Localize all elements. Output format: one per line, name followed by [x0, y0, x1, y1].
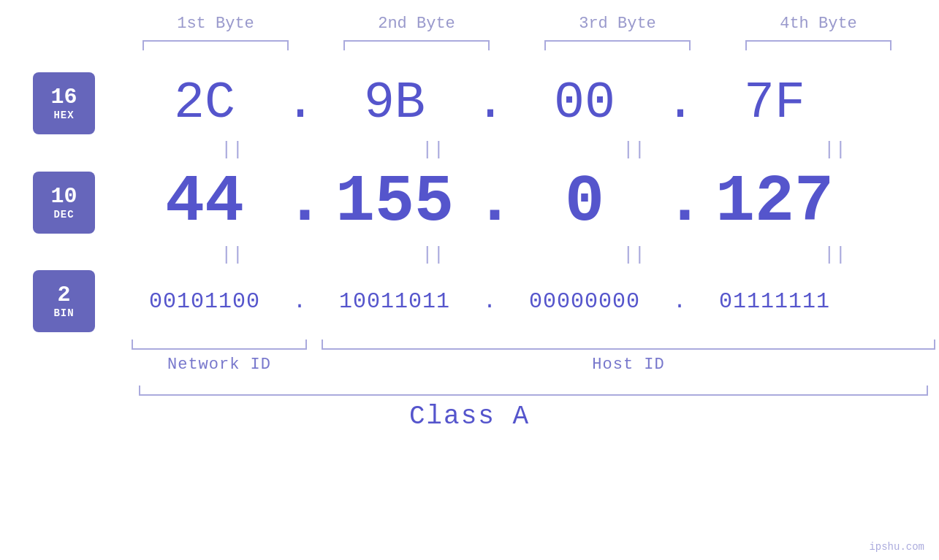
- bin-byte1: 00101100: [124, 289, 285, 314]
- bin-dot2: .: [475, 289, 504, 314]
- bottom-labels: Network ID Host ID: [132, 356, 935, 374]
- bin-dot3: .: [665, 289, 694, 314]
- class-bracket: [139, 386, 928, 396]
- bin-byte3: 00000000: [504, 289, 665, 314]
- bin-base-number: 2: [57, 283, 70, 307]
- bracket-byte2: [343, 40, 490, 50]
- dec-byte1: 44: [124, 165, 285, 239]
- class-label: Class A: [409, 402, 530, 431]
- eq2-b1: ||: [152, 244, 313, 266]
- byte4-header: 4th Byte: [738, 15, 899, 33]
- bracket-byte1: [142, 40, 289, 50]
- bin-row: 2 BIN 00101100 . 10011011 . 00000000 . 0…: [0, 270, 939, 332]
- hex-row: 16 HEX 2C . 9B . 00 . 7F: [0, 72, 939, 134]
- eq1-b1: ||: [152, 139, 313, 161]
- eq2-b2: ||: [353, 244, 514, 266]
- eq1-b2: ||: [353, 139, 514, 161]
- hex-byte3: 00: [504, 74, 665, 132]
- hex-dot2: .: [475, 74, 504, 132]
- hex-base-number: 16: [50, 85, 77, 110]
- main-container: 1st Byte 2nd Byte 3rd Byte 4th Byte 16 H…: [0, 0, 939, 560]
- bin-byte4: 01111111: [694, 289, 855, 314]
- dec-dot1: .: [285, 165, 314, 239]
- dec-base-label: DEC: [53, 209, 74, 220]
- bin-byte2: 10011011: [314, 289, 475, 314]
- hex-byte2: 9B: [314, 74, 475, 132]
- equals-row-1: || || || ||: [132, 139, 935, 161]
- bracket-byte4: [745, 40, 892, 50]
- hex-values: 2C . 9B . 00 . 7F: [124, 74, 939, 132]
- network-id-label: Network ID: [132, 356, 307, 374]
- byte3-header: 3rd Byte: [537, 15, 698, 33]
- bracket-byte3: [544, 40, 691, 50]
- bracket-host: [322, 340, 935, 350]
- hex-byte4: 7F: [694, 74, 855, 132]
- hex-base-label: HEX: [53, 110, 74, 121]
- host-id-label: Host ID: [322, 356, 935, 374]
- eq1-b3: ||: [554, 139, 715, 161]
- bottom-brackets: [132, 340, 935, 350]
- eq1-b4: ||: [755, 139, 916, 161]
- dec-byte4: 127: [694, 165, 855, 239]
- dec-row: 10 DEC 44 . 155 . 0 . 127: [0, 165, 939, 239]
- bin-base-label: BIN: [53, 307, 74, 319]
- bin-values: 00101100 . 10011011 . 00000000 . 0111111…: [124, 289, 939, 314]
- top-brackets: [115, 40, 919, 50]
- eq2-b3: ||: [554, 244, 715, 266]
- bottom-section: Network ID Host ID: [132, 340, 935, 374]
- byte2-header: 2nd Byte: [336, 15, 497, 33]
- bin-dot1: .: [285, 289, 314, 314]
- bracket-network: [132, 340, 307, 350]
- hex-dot1: .: [285, 74, 314, 132]
- eq2-b4: ||: [755, 244, 916, 266]
- dec-byte3: 0: [504, 165, 665, 239]
- dec-base-number: 10: [50, 185, 77, 209]
- equals-row-2: || || || ||: [132, 244, 935, 266]
- dec-byte2: 155: [314, 165, 475, 239]
- hex-dot3: .: [665, 74, 694, 132]
- watermark: ipshu.com: [869, 541, 924, 553]
- dec-badge: 10 DEC: [33, 172, 95, 234]
- dec-values: 44 . 155 . 0 . 127: [124, 165, 939, 239]
- byte-headers: 1st Byte 2nd Byte 3rd Byte 4th Byte: [115, 15, 919, 33]
- hex-byte1: 2C: [124, 74, 285, 132]
- dec-dot3: .: [665, 165, 694, 239]
- dec-dot2: .: [475, 165, 504, 239]
- byte1-header: 1st Byte: [135, 15, 296, 33]
- bin-badge: 2 BIN: [33, 270, 95, 332]
- hex-badge: 16 HEX: [33, 72, 95, 134]
